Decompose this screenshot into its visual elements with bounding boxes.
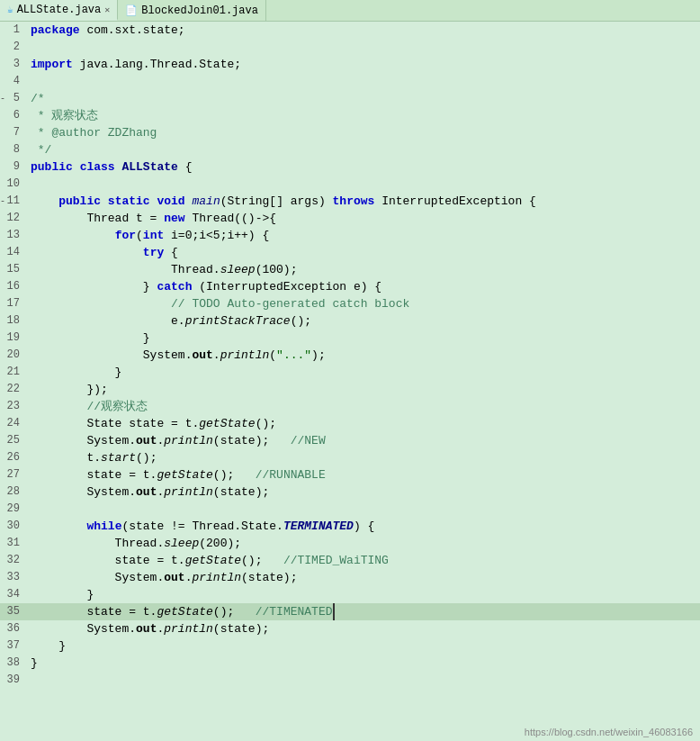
line-number-17: 17 [0,295,25,312]
line-26: 26 t.start(); [0,449,700,466]
code-11: public static void main(String[] args) t… [25,193,536,210]
code-35: state = t.getState(); //TIMENATED [25,603,335,620]
line-30: 30 while(state != Thread.State.TERMINATE… [0,518,700,535]
line-33: 33 System.out.println(state); [0,569,700,586]
line-17: 17 // TODO Auto-generated catch block [0,295,700,312]
tab-bar: ☕ ALLState.java ✕ 📄 BlockedJoin01.java [0,0,700,22]
code-23: //观察状态 [25,398,148,415]
code-22: }); [25,381,108,398]
line-18: 18 e.printStackTrace(); [0,312,700,330]
code-29 [25,501,31,518]
tab-blockedjoin-label: BlockedJoin01.java [141,5,258,17]
line-number-28: 28 [0,483,25,501]
line-31: 31 Thread.sleep(200); [0,535,700,552]
watermark: https://blog.csdn.net/weixin_46083166 [525,727,693,737]
line-38: 38 } [0,655,700,672]
line-number-16: 16 [0,278,25,295]
line-number-24: 24 [0,415,25,432]
code-5: /* [25,90,45,107]
line-number-35: 35 [0,603,25,620]
line-14: 14 try { [0,244,700,261]
line-4: 4 [0,73,700,90]
code-3: import java.lang.Thread.State; [25,56,241,73]
code-26: t.start(); [25,449,157,466]
code-37: } [25,637,66,655]
code-13: for(int i=0;i<5;i++) { [25,227,269,244]
line-5: -5 /* [0,90,700,107]
line-13: 13 for(int i=0;i<5;i++) { [0,227,700,244]
line-number-34: 34 [0,586,25,603]
line-number-38: 38 [0,655,25,672]
java-file-icon-2: 📄 [125,5,138,16]
line-11: -11 public static void main(String[] arg… [0,193,700,210]
line-10: 10 [0,176,700,193]
line-16: 16 } catch (InterruptedException e) { [0,278,700,295]
line-number-13: 13 [0,227,25,244]
line-24: 24 State state = t.getState(); [0,415,700,432]
code-20: System.out.println("..."); [25,347,326,364]
code-36: System.out.println(state); [25,620,269,637]
code-33: System.out.println(state); [25,569,297,586]
line-number-5: -5 [0,90,25,107]
java-file-icon: ☕ [7,4,13,15]
line-number-11: -11 [0,193,25,210]
code-19: } [25,330,150,347]
line-25: 25 System.out.println(state); //NEW [0,432,700,449]
line-number-12: 12 [0,210,25,227]
code-8: */ [25,141,51,158]
code-39 [25,672,31,689]
line-number-39: 39 [0,672,25,689]
line-number-29: 29 [0,501,25,518]
line-27: 27 state = t.getState(); //RUNNABLE [0,466,700,483]
line-39: 39 [0,672,700,689]
line-number-14: 14 [0,244,25,261]
line-number-23: 23 [0,398,25,415]
line-number-20: 20 [0,347,25,364]
code-28: System.out.println(state); [25,483,269,501]
line-12: 12 Thread t = new Thread(()->{ [0,210,700,227]
line-8: 8 */ [0,141,700,158]
line-number-27: 27 [0,466,25,483]
line-32: 32 state = t.getState(); //TIMED_WaiTING [0,552,700,569]
line-6: 6 * 观察状态 [0,107,700,124]
line-36: 36 System.out.println(state); [0,620,700,637]
line-7: 7 * @author ZDZhang [0,124,700,141]
line-number-10: 10 [0,176,25,193]
line-35: 35 state = t.getState(); //TIMENATED [0,603,700,620]
line-number-25: 25 [0,432,25,449]
line-2: 2 [0,39,700,56]
code-14: try { [25,244,178,261]
code-24: State state = t.getState(); [25,415,276,432]
line-number-31: 31 [0,535,25,552]
line-number-33: 33 [0,569,25,586]
code-6: * 观察状态 [25,107,98,124]
line-15: 15 Thread.sleep(100); [0,261,700,278]
line-number-3: 3 [0,56,25,73]
line-number-15: 15 [0,261,25,278]
code-31: Thread.sleep(200); [25,535,241,552]
line-number-4: 4 [0,73,25,90]
code-38: } [25,655,38,672]
line-number-30: 30 [0,518,25,535]
line-1: 1 package com.sxt.state; [0,22,700,39]
code-34: } [25,586,94,603]
code-30: while(state != Thread.State.TERMINATED) … [25,518,374,535]
line-number-8: 8 [0,141,25,158]
code-12: Thread t = new Thread(()->{ [25,210,276,227]
code-16: } catch (InterruptedException e) { [25,278,381,295]
code-32: state = t.getState(); //TIMED_WaiTING [25,552,389,569]
close-icon[interactable]: ✕ [104,5,110,15]
line-19: 19 } [0,330,700,347]
line-3: 3 import java.lang.Thread.State; [0,56,700,73]
line-22: 22 }); [0,381,700,398]
tab-blockedjoin[interactable]: 📄 BlockedJoin01.java [118,0,266,21]
tab-allstate[interactable]: ☕ ALLState.java ✕ [0,0,118,21]
line-37: 37 } [0,637,700,655]
line-number-22: 22 [0,381,25,398]
line-number-2: 2 [0,39,25,56]
line-number-21: 21 [0,364,25,381]
line-21: 21 } [0,364,700,381]
line-23: 23 //观察状态 [0,398,700,415]
line-number-9: 9 [0,158,25,176]
code-15: Thread.sleep(100); [25,261,297,278]
